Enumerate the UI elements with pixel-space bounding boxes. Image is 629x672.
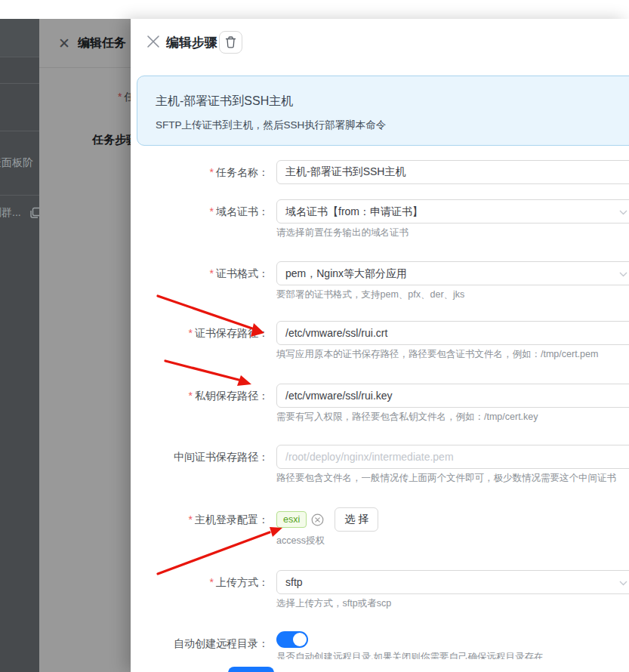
field-label: 自动创建远程目录： <box>131 631 276 659</box>
field-help: 需要有写入权限，路径要包含私钥文件名，例如：/tmp/cert.key <box>276 411 629 423</box>
drawer-edit-task: ✕ 编辑任务 *任务名 任务步骤 <box>39 19 131 672</box>
field-label: *私钥保存路径： <box>131 384 276 423</box>
field-cert-path: *证书保存路径： 填写应用原本的证书保存路径，路径要包含证书文件名，例如：/tm… <box>131 321 629 360</box>
field-label: *上传方式： <box>131 570 276 609</box>
plugin-info-banner: 主机-部署证书到SSH主机 SFTP上传证书到主机，然后SSH执行部署脚本命令 <box>137 76 629 146</box>
field-help: 选择上传方式，sftp或者scp <box>276 597 629 609</box>
field-cert-format: *证书格式： pem，Nginx等大部分应用 要部署的证书格式，支持pem、pf… <box>131 261 629 301</box>
domain-cert-select[interactable]: 域名证书【from：申请证书】 <box>276 199 629 223</box>
plugin-title: 主机-部署证书到SSH主机 <box>156 94 618 109</box>
divider <box>0 195 39 196</box>
field-help: 要部署的证书格式，支持pem、pfx、der、jks <box>276 288 629 301</box>
field-task-name: *任务名称： <box>131 160 629 184</box>
background-text-row: 刻群... <box>0 206 21 220</box>
cert-path-input[interactable] <box>277 322 629 344</box>
field-label: 中间证书保存路径： <box>131 445 276 484</box>
drawer-mask <box>39 19 131 672</box>
trash-icon <box>225 36 236 48</box>
field-label: *域名证书： <box>131 199 276 239</box>
background-text-row: 表面板阶 <box>0 156 33 170</box>
upload-method-select[interactable]: sftp <box>276 570 629 594</box>
field-help: 填写应用原本的证书保存路径，路径要包含证书文件名，例如：/tmp/cert.pe… <box>276 348 629 360</box>
circle-close-icon[interactable] <box>311 513 324 526</box>
close-icon[interactable] <box>146 35 160 48</box>
divider <box>0 83 39 84</box>
field-help: access授权 <box>276 535 629 547</box>
divider <box>0 57 39 57</box>
chevron-down-icon <box>619 210 627 215</box>
field-label: *证书格式： <box>131 261 276 301</box>
drawer-edit-step: 编辑步骤 主机-部署证书到SSH主机 SFTP上传证书到主机，然后SSH执行部署… <box>131 19 629 672</box>
field-help: 是否自动创建远程目录,如果关闭则你需要自己确保远程目录存在 <box>276 651 629 659</box>
chevron-down-icon <box>619 272 627 277</box>
key-path-input[interactable] <box>277 384 629 407</box>
cert-format-select[interactable]: pem，Nginx等大部分应用 <box>276 261 629 285</box>
background-page: 表面板阶 刻群... <box>0 19 39 672</box>
choose-access-button[interactable]: 选 择 <box>335 507 378 532</box>
drawer-title: 编辑步骤 <box>166 34 217 51</box>
field-label: *证书保存路径： <box>131 321 276 360</box>
field-upload-method: *上传方式： sftp 选择上传方式，sftp或者scp <box>131 570 629 609</box>
field-intermediate-cert-path: 中间证书保存路径： 路径要包含文件名，一般情况传上面两个文件即可，极少数情况需要… <box>131 445 629 484</box>
field-domain-cert: *域名证书： 域名证书【from：申请证书】 请选择前置任务输出的域名证书 <box>131 199 629 239</box>
task-name-input[interactable] <box>277 161 629 183</box>
field-auto-mkdir: 自动创建远程目录： 是否自动创建远程目录,如果关闭则你需要自己确保远程目录存在 <box>131 631 629 659</box>
delete-step-button[interactable] <box>219 31 242 54</box>
access-tag: esxi <box>276 511 307 528</box>
chevron-down-icon <box>619 581 627 586</box>
field-host-access: *主机登录配置： esxi 选 择 access授权 <box>131 507 629 547</box>
auto-mkdir-toggle[interactable] <box>276 631 308 648</box>
submit-button-partial[interactable] <box>228 667 274 672</box>
app-window: 表面板阶 刻群... ✕ 编辑任务 *任务名 任务步骤 编辑步骤 主机-部署证书… <box>0 0 629 672</box>
plugin-description: SFTP上传证书到主机，然后SSH执行部署脚本命令 <box>156 119 618 132</box>
field-help: 路径要包含文件名，一般情况传上面两个文件即可，极少数情况需要这个中间证书 <box>276 472 629 484</box>
background-toolbar <box>0 19 39 57</box>
copy-icon <box>29 207 39 219</box>
field-label: *任务名称： <box>131 160 276 184</box>
field-key-path: *私钥保存路径： 需要有写入权限，路径要包含私钥文件名，例如：/tmp/cert… <box>131 384 629 423</box>
field-help: 请选择前置任务输出的域名证书 <box>276 227 629 239</box>
intermediate-cert-path-input[interactable] <box>277 445 629 468</box>
field-label: *主机登录配置： <box>131 507 276 547</box>
divider <box>0 131 39 131</box>
